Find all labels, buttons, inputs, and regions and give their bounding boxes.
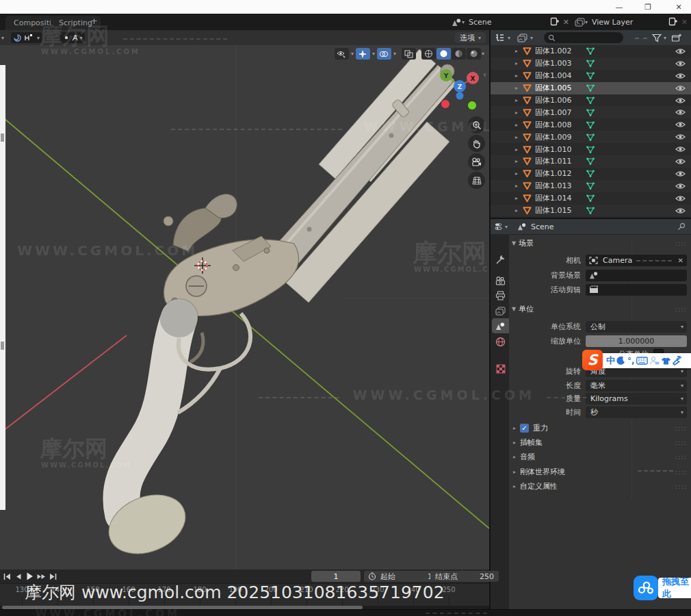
orthographic-toggle-button[interactable] bbox=[468, 172, 485, 189]
outliner-row[interactable]: ▸ 固体1.014 bbox=[491, 192, 691, 205]
annotate-dropdown-icon[interactable]: ▾ bbox=[80, 35, 83, 41]
mass-dropdown[interactable]: Kilograms ▾ bbox=[586, 393, 687, 405]
outliner-row[interactable]: ▸ 固体1.004 bbox=[491, 70, 691, 82]
tab-tool[interactable] bbox=[492, 252, 509, 267]
expand-arrow-icon[interactable]: ▸ bbox=[515, 122, 522, 128]
play-icon[interactable] bbox=[25, 572, 34, 581]
visibility-eye-icon[interactable] bbox=[675, 85, 686, 92]
axis-ball-z-neg[interactable] bbox=[456, 92, 464, 100]
display-mode-icon[interactable] bbox=[495, 34, 505, 42]
drag-dots-icon[interactable]: :::: bbox=[675, 424, 687, 432]
current-frame-field[interactable]: 1 bbox=[311, 571, 361, 582]
copy-view-layer-icon[interactable] bbox=[668, 17, 677, 27]
tab-output[interactable] bbox=[492, 288, 509, 303]
outliner-row[interactable]: ▸ 固体1.013 bbox=[491, 180, 691, 192]
ime-logo[interactable]: S bbox=[582, 350, 603, 370]
outliner-row[interactable]: ▸ 固体1.006 bbox=[491, 94, 691, 107]
visibility-eye-icon[interactable] bbox=[675, 73, 686, 79]
collapsed-section-row[interactable]: ▸ 音频 :::: bbox=[509, 450, 691, 464]
frame-start-field[interactable]: 起始 1 bbox=[364, 571, 436, 582]
proportional-edit-icon[interactable] bbox=[13, 34, 22, 42]
previous-frame-icon[interactable] bbox=[14, 572, 23, 581]
tab-texture[interactable] bbox=[492, 361, 509, 376]
tab-render[interactable] bbox=[492, 273, 509, 288]
shading-wireframe-button[interactable] bbox=[421, 48, 436, 60]
outliner-row[interactable]: ▸ 固体1.012 bbox=[491, 168, 691, 180]
section-scene[interactable]: ▼ 场景 :::: bbox=[509, 237, 691, 249]
xray-toggle-button[interactable] bbox=[402, 48, 416, 60]
filter-image-icon[interactable] bbox=[517, 34, 527, 42]
expand-arrow-icon[interactable]: ▸ bbox=[515, 97, 522, 103]
expand-arrow-icon[interactable]: ▸ bbox=[515, 85, 522, 91]
chevron-down-icon[interactable]: ▾ bbox=[482, 51, 484, 57]
drag-dots-icon[interactable]: :::: bbox=[675, 305, 687, 313]
restore-button[interactable]: ❐ bbox=[636, 0, 660, 14]
expand-arrow-icon[interactable]: ▸ bbox=[515, 48, 522, 54]
timeline-ruler[interactable]: 130140150160170180190200210220230240250 bbox=[0, 583, 489, 606]
drag-dots-icon[interactable]: :::: bbox=[675, 468, 687, 476]
region-collapse-icon[interactable]: ‹ bbox=[483, 70, 486, 79]
collapsed-section-row[interactable]: ▸ 刚体世界环境 :::: bbox=[509, 465, 691, 479]
view-layer-selector[interactable]: ▾ View Layer ✕ bbox=[575, 15, 688, 29]
drag-dots-icon[interactable]: :::: bbox=[675, 453, 687, 461]
viewport-canvas[interactable]: Y X Z ▾ ▾ ▾ bbox=[0, 45, 489, 569]
visibility-eye-icon[interactable] bbox=[675, 170, 686, 177]
ime-keyboard-icon[interactable] bbox=[636, 357, 648, 365]
annotate-pen-icon[interactable]: A̸ bbox=[73, 34, 78, 42]
axis-ball-x-neg[interactable] bbox=[441, 100, 449, 108]
outliner-row[interactable]: ▸ 固体1.007 bbox=[491, 106, 691, 118]
visibility-eye-icon[interactable] bbox=[675, 183, 686, 190]
chevron-down-icon[interactable]: ▾ bbox=[393, 51, 396, 57]
expand-arrow-icon[interactable]: ▸ bbox=[515, 170, 522, 177]
visibility-eye-icon[interactable] bbox=[675, 133, 686, 140]
length-dropdown[interactable]: 毫米 ▾ bbox=[586, 380, 687, 392]
tab-scene[interactable] bbox=[492, 318, 509, 333]
ime-skin-icon[interactable] bbox=[661, 357, 671, 365]
jump-to-end-icon[interactable] bbox=[49, 572, 58, 581]
snap-dropdown-icon[interactable]: ▾ bbox=[37, 35, 40, 41]
expand-arrow-icon[interactable]: ▸ bbox=[515, 110, 522, 116]
visibility-eye-icon[interactable] bbox=[675, 195, 686, 202]
expand-arrow-icon[interactable]: ▸ bbox=[515, 195, 522, 201]
pistol-model[interactable] bbox=[100, 49, 456, 565]
chevron-down-icon[interactable]: ▾ bbox=[372, 51, 375, 57]
shading-solid-button[interactable] bbox=[436, 48, 451, 60]
shading-rendered-button[interactable] bbox=[467, 48, 481, 60]
ime-mode-chinese[interactable]: 中 bbox=[606, 355, 615, 367]
visibility-eye-icon[interactable] bbox=[675, 97, 686, 104]
expand-arrow-icon[interactable]: ▸ bbox=[515, 60, 522, 66]
ime-fullhalf-moon-icon[interactable] bbox=[616, 356, 626, 365]
new-collection-icon[interactable] bbox=[671, 33, 681, 42]
options-button[interactable]: 选项 ▾ bbox=[455, 32, 486, 43]
frame-end-field[interactable]: 结束点 250 bbox=[430, 571, 499, 582]
camera-view-button[interactable] bbox=[468, 153, 485, 170]
expand-arrow-icon[interactable]: ▸ bbox=[515, 146, 522, 153]
visibility-eye-icon[interactable] bbox=[675, 109, 686, 116]
ime-settings-wrench-icon[interactable] bbox=[673, 356, 682, 365]
visibility-eye-icon[interactable] bbox=[675, 207, 686, 214]
chevron-down-icon[interactable]: ▾ bbox=[351, 51, 354, 57]
expand-arrow-icon[interactable]: ▸ bbox=[515, 73, 522, 79]
chevron-down-icon[interactable]: ▾ bbox=[530, 35, 533, 41]
zoom-button[interactable] bbox=[468, 116, 485, 133]
chevron-down-icon[interactable]: ▾ bbox=[664, 35, 666, 41]
mode-dropdown-icon[interactable]: ▾ bbox=[1, 35, 4, 41]
outliner-row[interactable]: ▸ 固体1.008 bbox=[491, 118, 691, 131]
ime-punctuation-icon[interactable]: °, bbox=[627, 356, 635, 365]
outliner-row[interactable]: ▸ 固体1.005 bbox=[491, 82, 691, 94]
gravity-checkbox[interactable]: ✓ bbox=[520, 424, 529, 433]
outliner-row[interactable]: ▸ 固体1.002 bbox=[491, 45, 691, 57]
outliner-search-input[interactable] bbox=[544, 32, 623, 43]
visibility-eye-icon[interactable] bbox=[675, 121, 686, 128]
origin-dot-icon[interactable] bbox=[62, 34, 70, 42]
scene-selector[interactable]: ▾ Scene ✕ bbox=[452, 15, 569, 29]
clear-icon[interactable]: ✕ bbox=[678, 257, 683, 264]
tab-view-layer[interactable] bbox=[492, 303, 509, 318]
camera-field[interactable]: Camera ✕ bbox=[586, 255, 687, 266]
visibility-eye-icon[interactable] bbox=[675, 60, 686, 67]
collapsed-section-row[interactable]: ▸ 自定义属性 :::: bbox=[509, 479, 691, 493]
jump-to-start-icon[interactable] bbox=[2, 572, 12, 581]
drag-dots-icon[interactable]: :::: bbox=[675, 483, 687, 490]
remove-view-layer-icon[interactable]: ✕ bbox=[681, 18, 688, 27]
active-clip-field[interactable] bbox=[586, 284, 687, 296]
